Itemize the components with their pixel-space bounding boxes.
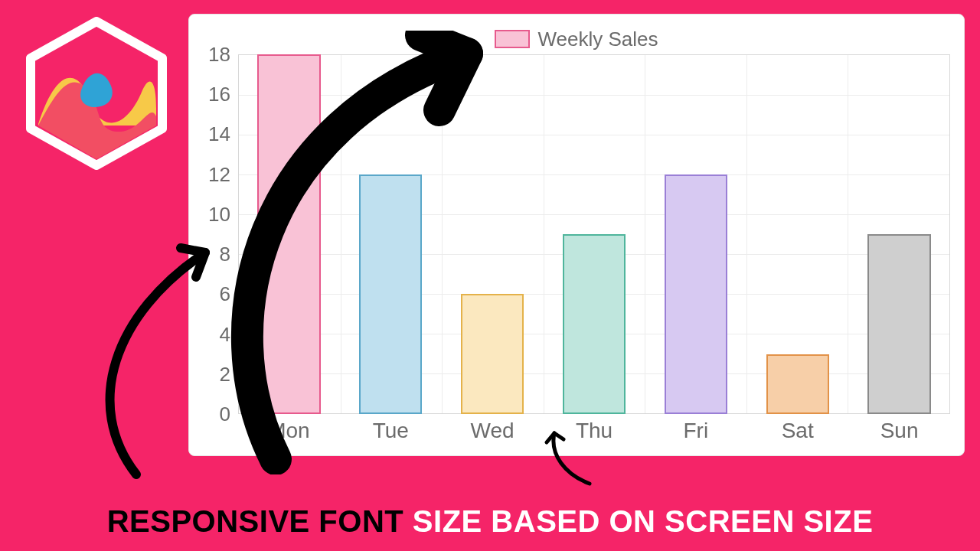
y-tick-label: 16: [208, 83, 230, 106]
bar-sun: [867, 234, 930, 414]
y-tick-label: 6: [220, 282, 230, 306]
legend-swatch: [495, 30, 530, 48]
x-tick-label: Tue: [373, 419, 409, 443]
y-axis: 024681012141618: [203, 54, 235, 414]
bar-mon: [257, 54, 320, 414]
bar-fri: [665, 174, 727, 414]
y-tick-label: 14: [208, 122, 230, 146]
bar-sat: [766, 354, 829, 414]
y-tick-label: 10: [208, 202, 230, 226]
bar-wed: [461, 294, 524, 414]
y-tick-label: 12: [208, 162, 230, 186]
chart-legend: Weekly Sales: [203, 24, 950, 54]
x-tick-label: Wed: [471, 419, 514, 443]
x-axis: MonTueWedThuFriSatSun: [238, 414, 950, 445]
chart-card: Weekly Sales 024681012141618 MonTueWedTh…: [188, 14, 965, 456]
chart-plot-area: 024681012141618: [203, 54, 950, 414]
caption: RESPONSIVE FONT SIZE BASED ON SCREEN SIZ…: [0, 504, 980, 539]
x-tick-label: Fri: [684, 419, 709, 443]
y-tick-label: 8: [220, 243, 230, 266]
legend-label: Weekly Sales: [537, 28, 658, 51]
bar-thu: [563, 234, 626, 414]
chart-bars: [238, 54, 950, 414]
x-tick-label: Mon: [268, 419, 309, 443]
y-tick-label: 4: [220, 322, 230, 346]
y-tick-label: 18: [208, 43, 230, 67]
y-tick-label: 2: [220, 362, 230, 386]
x-tick-label: Sun: [880, 419, 919, 443]
caption-part1: RESPONSIVE FONT: [107, 504, 413, 538]
caption-part2: SIZE BASED ON SCREEN SIZE: [413, 504, 873, 538]
bar-tue: [359, 174, 422, 414]
x-tick-label: Sat: [782, 419, 814, 443]
y-tick-label: 0: [220, 403, 230, 426]
chartjs-logo-icon: [20, 17, 173, 170]
x-tick-label: Thu: [576, 419, 612, 443]
